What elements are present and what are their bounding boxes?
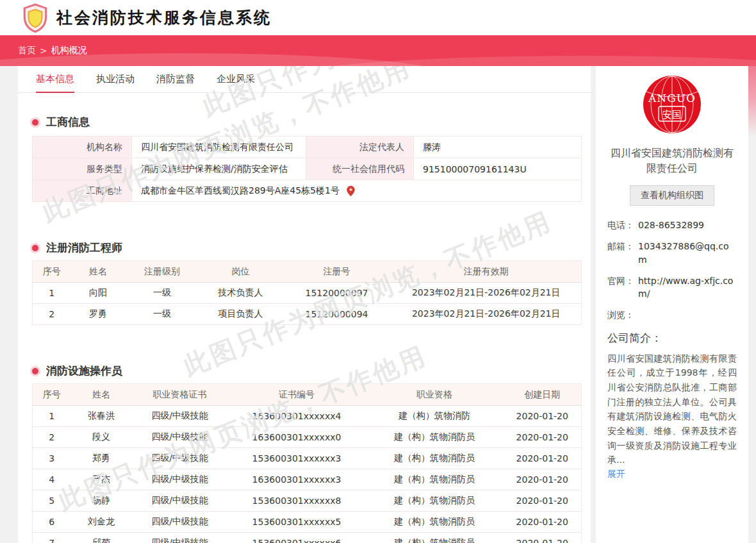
table-cell: 四级/中级技能 xyxy=(132,448,228,469)
table-cell: 技术负责人 xyxy=(199,283,283,304)
tab-company-showcase[interactable]: 企业风采 xyxy=(217,66,255,93)
table-cell: 刘金龙 xyxy=(71,512,132,533)
business-info-table: 机构名称 四川省安国建筑消防检测有限责任公司 法定代表人 滕涛 服务类型 消防设… xyxy=(32,136,582,202)
views-row: 浏览： xyxy=(607,308,737,321)
company-intro-title: 公司简介： xyxy=(607,331,737,346)
company-logo: ANGUO 安国 xyxy=(643,75,702,134)
table-cell: 2 xyxy=(33,427,71,448)
table-cell: 2020-01-20 xyxy=(504,512,582,533)
table-cell: 项目负责人 xyxy=(199,304,283,325)
table-cell: 5 xyxy=(33,490,71,512)
table-cell: 四级/中级技能 xyxy=(132,533,228,543)
table-cell: 1 xyxy=(33,283,71,304)
views-value xyxy=(638,308,737,321)
column-header: 序号 xyxy=(33,261,71,283)
table-cell: 15120000097 xyxy=(283,283,391,304)
breadcrumb: 首页 > 机构概况 xyxy=(18,35,87,66)
table-cell: 建（构）筑物消防员 xyxy=(366,448,504,469)
table-cell: 郑勇 xyxy=(71,448,132,469)
table-cell: 建（构）筑物消防 xyxy=(366,406,504,427)
view-org-chart-button[interactable]: 查看机构组织图 xyxy=(630,185,714,206)
email-label: 邮箱： xyxy=(607,240,638,266)
table-header-row: 序号姓名职业资格证书证书编号职业资格创建日期 xyxy=(33,384,582,406)
credit-code-value: 91510000709161143U xyxy=(414,158,582,180)
tab-practice-activity[interactable]: 执业活动 xyxy=(96,66,135,93)
table-cell: 2020-01-20 xyxy=(504,490,582,512)
table-cell: 四级/中级技能 xyxy=(132,512,228,533)
section-title-text: 工商信息 xyxy=(46,115,90,129)
address-cell: 成都市金牛区羊西线蜀汉路289号A座45栋5楼1号 xyxy=(132,180,582,202)
column-header: 职业资格 xyxy=(366,384,504,406)
table-row: 1张春洪四级/中级技能163600301xxxxxx4建（构）筑物消防2020-… xyxy=(33,406,582,427)
table-row: 1向阳一级技术负责人151200000972023年02月21日-2026年02… xyxy=(33,283,582,304)
table-cell: 2 xyxy=(33,304,71,325)
table-cell: 建（构）筑物消防员 xyxy=(366,533,504,543)
table-cell: 2020-01-20 xyxy=(504,469,582,490)
section-dot-icon xyxy=(32,245,38,251)
column-header: 注册有效期 xyxy=(391,261,582,283)
legal-rep-value: 滕涛 xyxy=(414,137,582,158)
table-cell: 15120000094 xyxy=(283,304,391,325)
website-label: 官网： xyxy=(607,274,638,301)
table-cell: 2020-01-20 xyxy=(504,406,582,427)
column-header: 创建日期 xyxy=(504,384,582,406)
section-dot-icon xyxy=(32,119,38,126)
table-cell: 2020-01-20 xyxy=(504,533,582,543)
table-cell: 3 xyxy=(33,448,71,469)
section-title-text: 注册消防工程师 xyxy=(46,240,122,255)
table-cell: 四级/中级技能 xyxy=(132,406,228,427)
table-cell: 向阳 xyxy=(71,283,126,304)
company-name: 四川省安国建筑消防检测有限责任公司 xyxy=(607,146,737,176)
table-cell: 4 xyxy=(33,469,71,490)
table-cell: 建（构）筑物消防员 xyxy=(366,427,504,448)
website-row: 官网： http://www.ag-xfjc.com/ xyxy=(607,274,737,301)
table-row: 机构名称 四川省安国建筑消防检测有限责任公司 法定代表人 滕涛 xyxy=(33,137,582,158)
column-header: 姓名 xyxy=(71,384,132,406)
table-cell: 7 xyxy=(33,533,71,543)
site-header: 社会消防技术服务信息系统 xyxy=(0,0,756,35)
table-row: 5杨静四级/中级技能153600301xxxxxx8建（构）筑物消防员2020-… xyxy=(33,490,582,512)
svg-text:ANGUO: ANGUO xyxy=(648,92,696,104)
table-cell: 邱菊 xyxy=(71,533,132,543)
tab-fire-supervision[interactable]: 消防监督 xyxy=(156,66,195,93)
address-label: 工商地址 xyxy=(33,180,132,202)
table-cell: 153600301xxxxxx5 xyxy=(228,512,366,533)
column-header: 序号 xyxy=(33,384,71,406)
table-cell: 建（构）筑物消防员 xyxy=(366,512,504,533)
table-row: 2罗勇一级项目负责人151200000942023年02月21日-2026年02… xyxy=(33,304,582,325)
column-header: 证书编号 xyxy=(228,384,366,406)
section-dot-icon xyxy=(32,368,38,374)
expand-link[interactable]: 展开 xyxy=(607,469,625,480)
table-cell: 2023年02月21日-2026年02月21日 xyxy=(391,304,582,325)
address-value: 成都市金牛区羊西线蜀汉路289号A座45栋5楼1号 xyxy=(141,185,340,197)
table-row: 服务类型 消防设施维护保养检测/消防安全评估 统一社会信用代码 91510000… xyxy=(33,158,582,180)
table-cell: 建（构）筑物消防员 xyxy=(366,469,504,490)
table-cell: 163600301xxxxxx0 xyxy=(228,427,366,448)
org-name-label: 机构名称 xyxy=(33,137,132,158)
table-row: 工商地址 成都市金牛区羊西线蜀汉路289号A座45栋5楼1号 xyxy=(33,180,582,202)
table-cell: 杨静 xyxy=(71,490,132,512)
table-cell: 2020-01-20 xyxy=(504,448,582,469)
engineers-table: 序号姓名注册级别岗位注册号注册有效期1向阳一级技术负责人151200000972… xyxy=(32,260,582,325)
svg-text:安国: 安国 xyxy=(662,109,682,121)
shield-logo-icon xyxy=(22,3,49,33)
table-cell: 建（构）筑物消防员 xyxy=(366,490,504,512)
column-header: 职业资格证书 xyxy=(132,384,228,406)
tab-basic-info[interactable]: 基本信息 xyxy=(36,66,74,93)
banner: 首页 > 机构概况 xyxy=(0,35,756,66)
company-sidebar: ANGUO 安国 四川省安国建筑消防检测有限责任公司 查看机构组织图 电话： 0… xyxy=(596,66,748,543)
section-title-text: 消防设施操作员 xyxy=(46,363,122,378)
breadcrumb-home-link[interactable]: 首页 xyxy=(18,45,36,56)
table-cell: 2020-01-20 xyxy=(504,427,582,448)
column-header: 注册级别 xyxy=(126,261,199,283)
column-header: 姓名 xyxy=(71,261,126,283)
table-cell: 严杰 xyxy=(71,469,132,490)
website-link[interactable]: http://www.ag-xfjc.com/ xyxy=(638,274,737,301)
table-row: 3郑勇四级/中级技能153600301xxxxxx3建（构）筑物消防员2020-… xyxy=(33,448,582,469)
location-pin-icon[interactable] xyxy=(346,185,356,197)
email-value: 1034327886@qq.com xyxy=(638,240,737,266)
site-title: 社会消防技术服务信息系统 xyxy=(56,7,272,28)
phone-value: 028-86532899 xyxy=(638,219,737,231)
table-row: 6刘金龙四级/中级技能153600301xxxxxx5建（构）筑物消防员2020… xyxy=(33,512,582,533)
table-cell: 一级 xyxy=(126,283,199,304)
